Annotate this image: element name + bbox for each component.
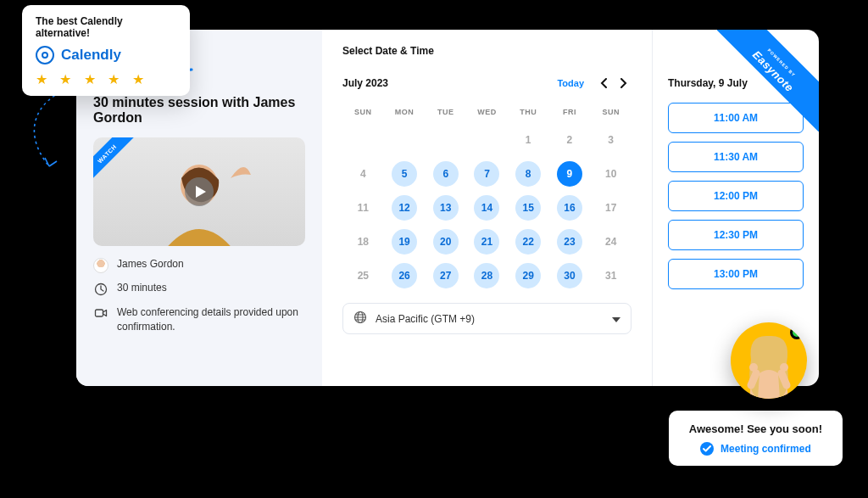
timezone-value: Asia Pacific (GTM +9)	[376, 313, 475, 325]
calendar-column: Select Date & Time July 2023 Today SUNM	[322, 30, 653, 386]
svg-point-8	[780, 363, 788, 372]
weekday-label: MON	[384, 108, 426, 116]
next-month-button[interactable]	[616, 76, 632, 91]
calendar-day[interactable]: 15	[515, 195, 541, 221]
calendly-tooltip: The best Calendly alternative! Calendly …	[22, 5, 190, 96]
select-title: Select Date & Time	[342, 45, 632, 57]
calendar-day[interactable]: 13	[433, 195, 459, 221]
calendar-day[interactable]: 30	[557, 263, 582, 288]
selected-date-label: Thursday, 9 July	[668, 77, 804, 89]
calendar-day: 17	[598, 195, 624, 221]
today-link[interactable]: Today	[557, 78, 584, 88]
calendar-day[interactable]: 23	[557, 229, 582, 255]
confirmation-card: Awesome! See you soon! Meeting confirmed	[669, 411, 843, 466]
calendar-day[interactable]: 19	[392, 229, 417, 255]
caret-down-icon	[612, 313, 620, 325]
timezone-select[interactable]: Asia Pacific (GTM +9)	[342, 303, 632, 334]
timeslot-button[interactable]: 13:00 PM	[668, 259, 804, 289]
play-icon	[196, 186, 206, 198]
timeslot-button[interactable]: 12:30 PM	[668, 220, 804, 250]
calendar-day[interactable]: 28	[474, 263, 499, 288]
calendar-day: 31	[598, 263, 624, 288]
calendly-brand-text: Calendly	[61, 47, 121, 64]
calendar-day[interactable]: 6	[433, 161, 459, 187]
host-row: James Gordon	[93, 258, 305, 273]
calendar-day[interactable]: 5	[392, 161, 417, 187]
calendar-day[interactable]: 9	[557, 161, 582, 187]
weekday-label: WED	[466, 108, 508, 116]
calendar-day: 18	[350, 229, 376, 255]
weekday-label: THU	[508, 108, 549, 116]
calendar-day[interactable]: 14	[474, 195, 499, 221]
video-icon	[93, 305, 108, 321]
chevron-right-icon	[620, 78, 627, 88]
calendar-day: 24	[598, 229, 624, 255]
timeslot-button[interactable]: 12:00 PM	[668, 181, 804, 211]
session-title: 30 minutes session with James Gordon	[93, 95, 305, 126]
calendar-day[interactable]: 8	[515, 161, 541, 187]
timeslot-button[interactable]: 11:30 AM	[668, 142, 804, 172]
calendar-day[interactable]: 7	[474, 161, 499, 187]
prev-month-button[interactable]	[596, 76, 611, 91]
svg-rect-3	[96, 310, 103, 316]
calendar-day: 10	[598, 161, 624, 187]
calendar-day[interactable]: 20	[433, 229, 459, 255]
calendar-day[interactable]: 27	[433, 263, 459, 288]
avatar-icon	[93, 258, 108, 273]
svg-point-7	[749, 363, 758, 372]
calendar-day: 1	[515, 127, 541, 153]
weekday-label: FRI	[549, 108, 591, 116]
confirm-headline: Awesome! See you soon!	[689, 422, 822, 435]
watch-ribbon: WATCH	[93, 137, 136, 183]
weekday-header: SUNMONTUEWEDTHUFRISUN	[342, 108, 632, 116]
calendar-day[interactable]: 12	[392, 195, 417, 221]
play-button[interactable]	[185, 177, 214, 206]
duration-row: 30 minutes	[93, 282, 305, 297]
weekday-label: SUN	[590, 108, 632, 116]
check-icon	[700, 442, 714, 456]
calendar-day: 25	[350, 263, 376, 288]
svg-point-0	[42, 53, 47, 58]
calendar-day: 4	[350, 161, 376, 187]
calendar-day[interactable]: 22	[515, 229, 541, 255]
weekday-label: TUE	[425, 108, 466, 116]
calendar-day[interactable]: 26	[392, 263, 417, 288]
confirmation-avatar	[731, 322, 807, 399]
calendar-day: 2	[557, 127, 582, 153]
duration-text: 30 minutes	[117, 282, 167, 294]
calendly-logo-icon	[36, 46, 54, 64]
host-name: James Gordon	[117, 258, 184, 270]
calendar-day[interactable]: 29	[515, 263, 541, 288]
location-text: Web conferencing details provided upon c…	[117, 305, 305, 334]
intro-video[interactable]: WATCH	[93, 137, 305, 246]
calendar-grid: 1234567891011121314151617181920212223242…	[342, 125, 632, 291]
chevron-left-icon	[600, 78, 607, 88]
month-label: July 2023	[342, 77, 388, 89]
calendar-day: 11	[350, 195, 376, 221]
calendar-day[interactable]: 21	[474, 229, 499, 255]
location-row: Web conferencing details provided upon c…	[93, 305, 305, 334]
globe-icon	[353, 311, 367, 327]
calendly-brand: Calendly	[36, 46, 176, 64]
rating-stars: ★ ★ ★ ★ ★	[36, 71, 176, 87]
tooltip-headline: The best Calendly alternative!	[36, 15, 176, 39]
confirm-status: Meeting confirmed	[721, 443, 811, 455]
clock-icon	[93, 282, 108, 297]
timeslot-button[interactable]: 11:00 AM	[668, 103, 804, 133]
calendar-day[interactable]: 16	[557, 195, 582, 221]
calendar-day: 3	[598, 127, 624, 153]
weekday-label: SUN	[342, 108, 384, 116]
